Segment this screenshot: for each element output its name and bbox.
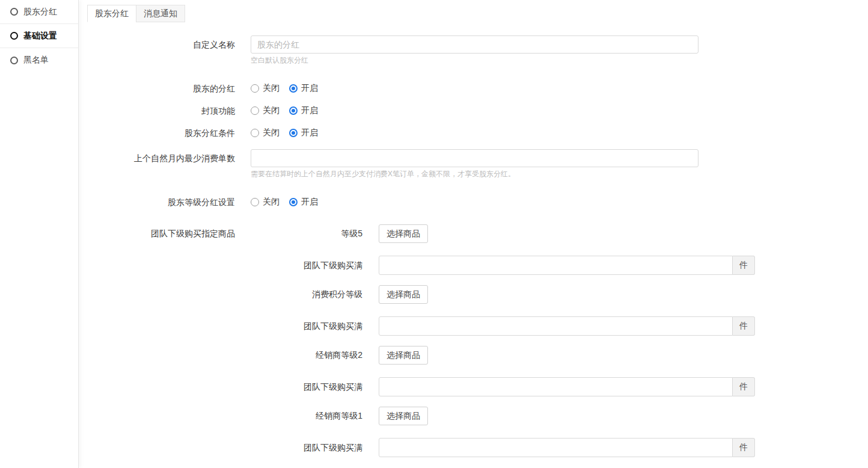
settings-form: 自定义名称 空白默认股东分红 股东的分红关闭开启封顶功能关闭开启股东分红条件关闭… [79, 35, 868, 467]
form-row-custom-name: 自定义名称 空白默认股东分红 [79, 35, 868, 64]
tab-message-notice[interactable]: 消息通知 [136, 5, 185, 22]
tab-bar: 股东分红消息通知 [87, 5, 185, 22]
radio-dot-icon [251, 106, 259, 115]
quantity-row: 团队下级购买满件 [251, 438, 868, 457]
circle-icon [10, 57, 18, 64]
switch-label: 股东的分红 [79, 82, 251, 94]
radio-group: 关闭开启 [251, 105, 868, 116]
select-product-button[interactable]: 选择商品 [379, 285, 428, 304]
radio-on-option[interactable]: 开启 [289, 128, 318, 138]
switch-label: 封顶功能 [79, 105, 251, 117]
quantity-row: 团队下级购买满件 [251, 377, 868, 396]
radio-on-option[interactable]: 开启 [289, 197, 318, 208]
radio-on-option[interactable]: 开启 [289, 83, 318, 94]
min-orders-help: 需要在结算时的上个自然月内至少支付消费X笔订单，金额不限，才享受股东分红。 [251, 170, 868, 178]
level-label: 消费积分等级 [251, 285, 379, 304]
form-row-switch: 封顶功能关闭开启 [79, 105, 868, 117]
unit-suffix: 件 [733, 377, 755, 396]
level-group-rows: 等级5选择商品团队下级购买满件消费积分等级选择商品团队下级购买满件经销商等级2选… [251, 224, 868, 467]
select-product-button[interactable]: 选择商品 [379, 407, 428, 425]
radio-dot-icon [289, 129, 298, 137]
quantity-input[interactable] [379, 316, 733, 336]
radio-option-label: 关闭 [263, 83, 280, 94]
radio-dot-icon [289, 84, 298, 93]
min-orders-input[interactable] [251, 149, 698, 167]
switch-label: 股东等级分红设置 [79, 196, 251, 208]
quantity-input-group: 件 [379, 438, 755, 457]
sidebar-item-label: 基础设置 [23, 31, 57, 42]
sidebar-item-shareholder-dividend[interactable]: 股东分红 [0, 0, 78, 24]
form-row-min-orders: 上个自然月内最少消费单数 需要在结算时的上个自然月内至少支付消费X笔订单，金额不… [79, 149, 868, 178]
tab-shareholder-dividend[interactable]: 股东分红 [87, 5, 136, 22]
radio-option-label: 开启 [301, 197, 318, 208]
level-label: 经销商等级1 [251, 407, 379, 425]
quantity-input-group: 件 [379, 316, 755, 336]
form-row-level-group: 团队下级购买指定商品 等级5选择商品团队下级购买满件消费积分等级选择商品团队下级… [79, 224, 868, 467]
sidebar: 股东分红基础设置黑名单 [0, 0, 79, 468]
custom-name-help: 空白默认股东分红 [251, 56, 868, 64]
radio-option-label: 关闭 [263, 105, 280, 116]
radio-dot-icon [289, 106, 298, 115]
quantity-label: 团队下级购买满 [251, 438, 379, 457]
radio-dot-icon [289, 198, 298, 206]
level-select-row: 经销商等级2选择商品 [251, 346, 868, 365]
switch-label: 股东分红条件 [79, 127, 251, 139]
radio-option-label: 关闭 [263, 197, 280, 208]
radio-group: 关闭开启 [251, 197, 868, 208]
form-row-switch: 股东分红条件关闭开启 [79, 127, 868, 139]
quantity-row: 团队下级购买满件 [251, 256, 868, 275]
radio-off-option[interactable]: 关闭 [251, 197, 280, 208]
level-select-row: 消费积分等级选择商品 [251, 285, 868, 304]
quantity-input[interactable] [379, 438, 733, 457]
form-row-switch: 股东的分红关闭开启 [79, 82, 868, 94]
radio-option-label: 开启 [301, 105, 318, 116]
switch-rows-a: 股东的分红关闭开启封顶功能关闭开启股东分红条件关闭开启 [79, 82, 868, 139]
unit-suffix: 件 [733, 316, 755, 336]
radio-option-label: 开启 [301, 83, 318, 94]
unit-suffix: 件 [733, 256, 755, 275]
radio-off-option[interactable]: 关闭 [251, 83, 280, 94]
level-group-label: 团队下级购买指定商品 [79, 224, 251, 243]
select-product-button[interactable]: 选择商品 [379, 346, 428, 365]
quantity-input[interactable] [379, 256, 733, 275]
radio-option-label: 关闭 [263, 128, 280, 138]
sidebar-item-label: 股东分红 [23, 7, 57, 17]
quantity-input-group: 件 [379, 377, 755, 396]
quantity-label: 团队下级购买满 [251, 377, 379, 396]
radio-group: 关闭开启 [251, 128, 868, 138]
level-select-row: 等级5选择商品 [251, 224, 868, 243]
radio-group: 关闭开启 [251, 83, 868, 94]
custom-name-label: 自定义名称 [79, 35, 251, 54]
level-select-row: 经销商等级1选择商品 [251, 407, 868, 425]
circle-icon [10, 8, 18, 16]
circle-icon [10, 32, 18, 40]
sidebar-item-basic-settings[interactable]: 基础设置 [0, 24, 78, 48]
radio-on-option[interactable]: 开启 [289, 105, 318, 116]
quantity-input-group: 件 [379, 256, 755, 275]
quantity-input[interactable] [379, 377, 733, 396]
radio-dot-icon [251, 198, 259, 206]
quantity-label: 团队下级购买满 [251, 256, 379, 275]
switch-rows-b: 股东等级分红设置关闭开启 [79, 196, 868, 208]
level-label: 等级5 [251, 224, 379, 243]
radio-off-option[interactable]: 关闭 [251, 105, 280, 116]
select-product-button[interactable]: 选择商品 [379, 224, 428, 243]
radio-dot-icon [251, 129, 259, 137]
quantity-row: 团队下级购买满件 [251, 316, 868, 336]
sidebar-item-label: 黑名单 [23, 55, 49, 66]
main-content: 股东分红消息通知 自定义名称 空白默认股东分红 股东的分红关闭开启封顶功能关闭开… [79, 0, 868, 468]
sidebar-item-blacklist[interactable]: 黑名单 [0, 48, 78, 72]
radio-off-option[interactable]: 关闭 [251, 128, 280, 138]
custom-name-input[interactable] [251, 35, 698, 54]
form-row-switch: 股东等级分红设置关闭开启 [79, 196, 868, 208]
radio-dot-icon [251, 84, 259, 93]
level-label: 经销商等级2 [251, 346, 379, 365]
radio-option-label: 开启 [301, 128, 318, 138]
quantity-label: 团队下级购买满 [251, 316, 379, 336]
min-orders-label: 上个自然月内最少消费单数 [79, 149, 251, 167]
unit-suffix: 件 [733, 438, 755, 457]
